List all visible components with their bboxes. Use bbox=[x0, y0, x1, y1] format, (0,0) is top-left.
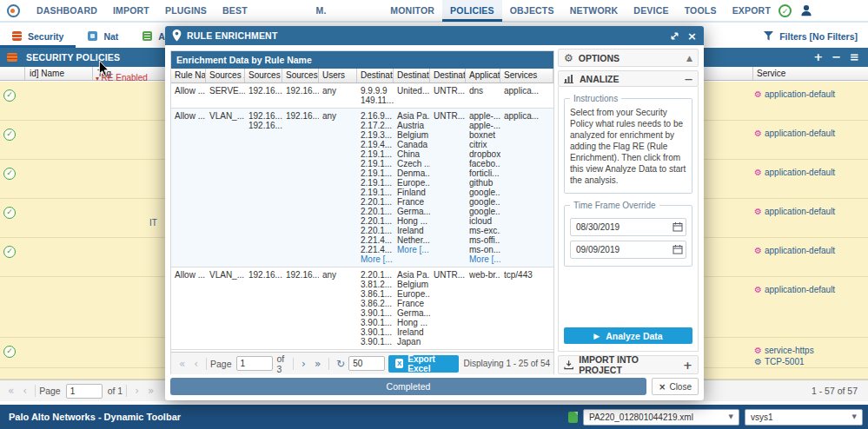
nav-item-network[interactable]: NETWORK bbox=[562, 0, 626, 22]
dialog-title: RULE ENRICHMENT bbox=[187, 30, 278, 41]
enrichment-column-header[interactable]: Sources ... bbox=[282, 69, 319, 82]
tab-security[interactable]: Security bbox=[0, 24, 76, 48]
filters-button[interactable]: Filters [No Filters] bbox=[764, 31, 868, 42]
column-header-service[interactable]: Service bbox=[757, 69, 785, 78]
first-page-button[interactable]: « bbox=[3, 385, 18, 397]
export-excel-button[interactable]: X Export Excel bbox=[388, 355, 458, 373]
nav-item-m-learning[interactable]: M. LEARNING bbox=[308, 0, 382, 22]
instructions-fieldset: Instructions Select from your Security P… bbox=[564, 94, 692, 194]
cell-line: 3.86.1... bbox=[361, 289, 392, 299]
nav-item-tools[interactable]: TOOLS bbox=[677, 0, 725, 22]
prev-page-button[interactable]: ‹ bbox=[18, 385, 31, 397]
collapse-minus-icon[interactable]: — bbox=[685, 75, 692, 83]
nav-item-export[interactable]: EXPORT bbox=[725, 0, 779, 22]
service-value[interactable]: ⚙application-default bbox=[754, 89, 835, 100]
options-header[interactable]: ⚙ OPTIONS ▲ bbox=[558, 49, 699, 67]
last-page-button[interactable]: » bbox=[143, 385, 158, 397]
service-label: application-default bbox=[765, 245, 835, 256]
enrichment-column-header[interactable]: Applicati... bbox=[466, 69, 500, 82]
nav-item-monitor[interactable]: MONITOR bbox=[382, 0, 442, 22]
cell-line: 3.81.2... bbox=[361, 280, 392, 289]
analyze-data-button[interactable]: ▶ Analyze Data bbox=[564, 327, 692, 344]
user-icon[interactable] bbox=[800, 4, 812, 16]
date-from-input[interactable] bbox=[570, 218, 686, 236]
maximize-icon[interactable] bbox=[670, 31, 679, 41]
enrichment-column-header[interactable]: Services bbox=[500, 69, 553, 82]
page-count-label: of 1 bbox=[108, 386, 123, 396]
vsys-select[interactable]: vsys1 ▼ bbox=[745, 409, 863, 426]
service-label: application-default bbox=[765, 167, 835, 178]
expand-plus-icon[interactable]: + bbox=[683, 359, 692, 372]
enrichment-row[interactable]: Allow ...SERVE...192.16...192.16...any9.… bbox=[171, 83, 553, 109]
next-page-button[interactable]: › bbox=[130, 385, 143, 397]
page-number-input[interactable] bbox=[236, 356, 273, 371]
dialog-header[interactable]: RULE ENRICHMENT × bbox=[165, 26, 704, 45]
prev-page-button[interactable]: ‹ bbox=[189, 358, 202, 370]
cell-line: 2.21.4... bbox=[361, 245, 392, 254]
analyze-section-header[interactable]: ANALIZE — bbox=[558, 70, 699, 87]
nav-item-policies[interactable]: POLICIES bbox=[442, 0, 502, 22]
dynamic-toolbar: Palo Alto Networks - Dynamic Toolbar PA2… bbox=[0, 405, 868, 429]
more-link[interactable]: More [... bbox=[397, 245, 428, 254]
nav-item-best-practices[interactable]: BEST PRACTICES bbox=[215, 0, 308, 22]
service-cell: ⚙application-default bbox=[754, 206, 835, 217]
enrichment-column-header[interactable]: Users bbox=[319, 69, 357, 82]
nav-item-device[interactable]: DEVICE bbox=[626, 0, 676, 22]
import-into-project-title: IMPORT INTO PROJECT bbox=[579, 354, 678, 375]
more-link[interactable]: More [... bbox=[361, 254, 392, 264]
service-value[interactable]: ⚙application-default bbox=[754, 128, 835, 139]
cell-line: apple-... bbox=[469, 111, 499, 121]
page-size-input[interactable] bbox=[348, 356, 385, 371]
service-label: application-default bbox=[765, 128, 835, 139]
remove-rule-button[interactable]: − bbox=[832, 49, 841, 66]
service-value[interactable]: ⚙application-default bbox=[754, 284, 835, 295]
cell-line: France bbox=[397, 197, 428, 207]
column-header-name[interactable]: id] Name bbox=[30, 69, 64, 78]
cell-line: applica... bbox=[504, 111, 552, 121]
cell-line: Germa... bbox=[397, 308, 428, 318]
cell-line: Nether... bbox=[397, 235, 428, 245]
import-into-project-header[interactable]: IMPORT INTO PROJECT + bbox=[558, 355, 699, 374]
tab-nat[interactable]: Nat bbox=[76, 24, 130, 48]
cell-line: Finland bbox=[397, 188, 428, 197]
service-value[interactable]: ⚙service-https bbox=[754, 345, 814, 356]
grid-menu-button[interactable]: ≡ bbox=[850, 49, 859, 66]
nav-item-dashboard[interactable]: DASHBOARD bbox=[29, 0, 105, 22]
close-button[interactable]: × Close bbox=[652, 378, 699, 395]
service-label: application-default bbox=[765, 284, 835, 295]
service-value[interactable]: ⚙application-default bbox=[754, 167, 835, 178]
collapse-icon[interactable]: ▲ bbox=[686, 54, 692, 63]
service-value[interactable]: ⚙application-default bbox=[754, 206, 835, 217]
nav-item-plugins[interactable]: PLUGINS bbox=[157, 0, 215, 22]
enrichment-column-header[interactable]: Destinati... bbox=[357, 69, 394, 82]
enrichment-row[interactable]: Allow ...VLAN_...192.16...192.16...192.1… bbox=[171, 109, 553, 267]
refresh-icon[interactable]: ↻ bbox=[333, 358, 348, 370]
enrichment-column-header[interactable]: Destinati... bbox=[394, 69, 430, 82]
next-page-button[interactable]: › bbox=[297, 358, 310, 370]
first-page-button[interactable]: « bbox=[175, 358, 189, 370]
cell-line: 2.20.1... bbox=[361, 226, 392, 235]
cell-line: facebo... bbox=[469, 159, 499, 168]
last-page-button[interactable]: » bbox=[310, 358, 325, 370]
service-value[interactable]: ⚙application-default bbox=[754, 245, 835, 256]
nav-item-import[interactable]: IMPORT bbox=[105, 0, 157, 22]
close-icon[interactable]: × bbox=[687, 30, 697, 42]
nav-item-objects[interactable]: OBJECTS bbox=[502, 0, 562, 22]
status-ok-icon[interactable]: ✓ bbox=[779, 4, 792, 17]
enrichment-row[interactable]: Allow ...VLAN_...192.16...192.16...any2.… bbox=[171, 267, 553, 350]
enrichment-cell: tcp/443 bbox=[500, 267, 553, 349]
enrichment-column-header[interactable]: Destinati... bbox=[430, 69, 466, 82]
add-rule-button[interactable]: + bbox=[813, 49, 823, 66]
calendar-icon[interactable] bbox=[673, 244, 683, 254]
enrichment-column-header[interactable]: Sources bbox=[245, 69, 282, 82]
enrichment-column-header[interactable]: Sources Z... bbox=[206, 69, 245, 82]
excel-file-icon: X bbox=[395, 359, 403, 368]
date-to-input[interactable] bbox=[570, 241, 686, 259]
more-link[interactable]: More [... bbox=[469, 254, 499, 264]
page-number-input[interactable] bbox=[66, 384, 103, 399]
enrichment-column-header[interactable]: Rule Name bbox=[171, 69, 206, 82]
cell-line: 192.16... bbox=[286, 270, 317, 280]
config-file-select[interactable]: PA220_012801044219.xml ▼ bbox=[583, 409, 739, 426]
service-value[interactable]: ⚙TCP-5001 bbox=[754, 356, 814, 367]
calendar-icon[interactable] bbox=[673, 221, 683, 232]
